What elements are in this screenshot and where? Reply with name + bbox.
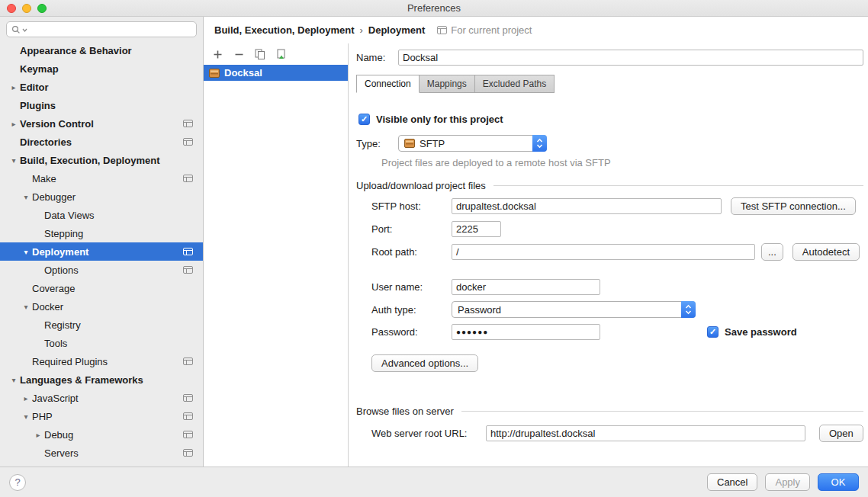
- scope-label: For current project: [451, 24, 532, 36]
- sidebar-item-directories[interactable]: Directories: [0, 133, 203, 151]
- sidebar-item-javascript[interactable]: ▸ JavaScript: [0, 389, 203, 407]
- ok-button[interactable]: OK: [818, 473, 859, 491]
- sidebar-item-label: Deployment: [32, 246, 88, 258]
- open-button[interactable]: Open: [819, 425, 863, 442]
- apply-button[interactable]: Apply: [765, 473, 810, 491]
- sidebar-item-languages-frameworks[interactable]: ▾ Languages & Frameworks: [0, 370, 203, 389]
- per-project-settings-icon: [183, 120, 193, 127]
- per-project-settings-icon: [183, 248, 193, 255]
- search-options-chevron-icon[interactable]: [22, 25, 27, 34]
- sidebar-item-debugger[interactable]: ▾ Debugger: [0, 188, 203, 206]
- tree-expand-arrow-icon[interactable]: ▾: [20, 412, 32, 421]
- tree-expand-arrow-icon[interactable]: ▸: [32, 431, 44, 439]
- sidebar-item-label: Coverage: [32, 283, 75, 294]
- sidebar-item-docker[interactable]: ▾ Docker: [0, 297, 203, 316]
- sidebar-item-editor[interactable]: ▸ Editor: [0, 78, 203, 96]
- test-sftp-connection-button[interactable]: Test SFTP connection...: [731, 197, 856, 215]
- sidebar-item-appearance-behavior[interactable]: Appearance & Behavior: [0, 41, 203, 59]
- per-project-settings-icon: [183, 394, 193, 402]
- sftp-host-input[interactable]: [452, 198, 722, 214]
- tree-expand-arrow-icon[interactable]: ▸: [8, 120, 20, 128]
- sftp-type-icon: [404, 139, 415, 148]
- paste-icon[interactable]: [275, 48, 288, 60]
- sidebar-item-make[interactable]: Make: [0, 169, 203, 188]
- sidebar-item-debug[interactable]: ▸ Debug: [0, 425, 203, 444]
- sidebar-item-coverage[interactable]: Coverage: [0, 279, 203, 297]
- add-icon[interactable]: [211, 48, 223, 60]
- tree-expand-arrow-icon[interactable]: ▸: [20, 394, 32, 402]
- cancel-button[interactable]: Cancel: [707, 473, 757, 491]
- visible-only-label: Visible only for this project: [376, 114, 503, 125]
- sidebar-item-data-views[interactable]: Data Views: [0, 206, 203, 224]
- sidebar-item-plugins[interactable]: Plugins: [0, 96, 203, 114]
- sidebar-item-stepping[interactable]: Stepping: [0, 224, 203, 242]
- per-project-settings-icon: [183, 266, 193, 274]
- tree-expand-arrow-icon[interactable]: ▾: [8, 156, 20, 165]
- sidebar-item-required-plugins[interactable]: Required Plugins: [0, 352, 203, 370]
- tree-expand-arrow-icon[interactable]: ▸: [8, 83, 20, 91]
- advanced-options-button[interactable]: Advanced options...: [371, 354, 478, 372]
- dialog-footer: ? Cancel Apply OK: [0, 467, 868, 497]
- server-list-panel: Docksal: [204, 43, 349, 467]
- breadcrumb: Build, Execution, Deployment › Deploymen…: [204, 17, 868, 43]
- save-password-checkbox[interactable]: ✓: [707, 326, 719, 338]
- root-path-browse-button[interactable]: ...: [761, 243, 783, 261]
- tree-expand-arrow-icon[interactable]: ▾: [20, 303, 32, 311]
- type-dropdown[interactable]: SFTP: [398, 135, 547, 152]
- remove-icon[interactable]: [233, 48, 245, 60]
- sidebar-item-servers[interactable]: Servers: [0, 444, 203, 462]
- copy-icon[interactable]: [254, 48, 266, 60]
- breadcrumb-separator: ›: [359, 24, 362, 36]
- sidebar-item-options[interactable]: Options: [0, 261, 203, 279]
- sidebar-item-deployment[interactable]: ▾ Deployment: [0, 242, 203, 261]
- preferences-window: Preferences Appearance & Behavior: [0, 0, 868, 497]
- per-project-settings-icon: [183, 449, 193, 457]
- user-name-input[interactable]: [452, 279, 600, 295]
- sidebar-item-build-execution-deployment[interactable]: ▾ Build, Execution, Deployment: [0, 151, 203, 169]
- help-button[interactable]: ?: [9, 474, 26, 491]
- server-name: Docksal: [224, 67, 262, 79]
- sidebar-item-php[interactable]: ▾ PHP: [0, 407, 203, 425]
- root-path-input[interactable]: [452, 244, 755, 260]
- web-root-url-label: Web server root URL:: [371, 428, 486, 439]
- tree-expand-arrow-icon[interactable]: ▾: [20, 248, 32, 256]
- name-input[interactable]: [398, 50, 863, 66]
- auth-type-dropdown[interactable]: Password: [452, 301, 696, 318]
- auth-type-label: Auth type:: [371, 304, 452, 316]
- port-input[interactable]: [452, 221, 501, 237]
- type-label: Type:: [356, 138, 398, 149]
- sftp-server-icon: [209, 69, 220, 78]
- sidebar-item-label: Appearance & Behavior: [20, 45, 132, 56]
- web-root-url-input[interactable]: [486, 425, 805, 441]
- tree-expand-arrow-icon[interactable]: ▾: [20, 193, 32, 201]
- sidebar-item-label: Version Control: [20, 118, 94, 130]
- deployment-form: Name: Connection Mappings Excluded Paths…: [349, 43, 868, 467]
- autodetect-button[interactable]: Autodetect: [792, 243, 860, 261]
- settings-search-box[interactable]: [6, 21, 197, 37]
- sidebar-item-label: Stepping: [44, 228, 83, 239]
- sidebar-item-label: Directories: [20, 136, 72, 148]
- breadcrumb-item-build-execution-deployment[interactable]: Build, Execution, Deployment: [214, 24, 354, 36]
- sidebar-item-registry[interactable]: Registry: [0, 316, 203, 334]
- tree-expand-arrow-icon[interactable]: ▾: [8, 376, 20, 384]
- sidebar-item-keymap[interactable]: Keymap: [0, 59, 203, 78]
- sidebar-item-label: JavaScript: [32, 393, 79, 404]
- visible-only-checkbox[interactable]: ✓: [358, 114, 370, 125]
- per-project-settings-icon: [183, 175, 193, 182]
- sidebar-item-tools[interactable]: Tools: [0, 334, 203, 352]
- tab-connection[interactable]: Connection: [356, 75, 420, 93]
- connection-tabs: Connection Mappings Excluded Paths: [356, 75, 863, 93]
- server-list-item-docksal[interactable]: Docksal: [204, 65, 348, 81]
- settings-search-input[interactable]: [29, 24, 191, 35]
- settings-sidebar: Appearance & Behavior Keymap ▸ Editor Pl…: [0, 17, 204, 467]
- sidebar-item-label: Build, Execution, Deployment: [20, 155, 159, 166]
- sidebar-item-version-control[interactable]: ▸ Version Control: [0, 114, 203, 133]
- search-icon: [11, 25, 21, 34]
- breadcrumb-item-deployment[interactable]: Deployment: [368, 24, 425, 36]
- tab-excluded-paths[interactable]: Excluded Paths: [474, 75, 555, 93]
- sidebar-item-label: Debug: [44, 429, 73, 441]
- tab-mappings[interactable]: Mappings: [419, 75, 475, 93]
- dropdown-stepper-icon: [532, 135, 547, 152]
- settings-tree: Appearance & Behavior Keymap ▸ Editor Pl…: [0, 41, 203, 467]
- password-input[interactable]: [452, 324, 600, 340]
